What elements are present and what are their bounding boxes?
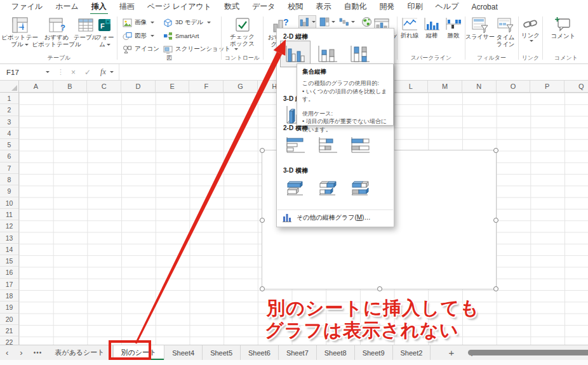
row-header[interactable]: 4 — [0, 128, 18, 139]
row-header[interactable]: 11 — [0, 209, 18, 220]
checkbox-button[interactable]: チェック ボックス — [223, 14, 262, 47]
column-header[interactable]: D — [121, 81, 156, 92]
row-header[interactable]: 18 — [0, 290, 18, 302]
row-header[interactable]: 7 — [0, 163, 18, 174]
ribbon-tab[interactable]: 数式 — [218, 0, 246, 15]
horizontal-scrollbar-thumb[interactable] — [468, 350, 588, 355]
ribbon-tab[interactable]: 印刷 — [401, 0, 429, 15]
row-header[interactable]: 16 — [0, 267, 18, 278]
resize-handle[interactable] — [260, 286, 265, 291]
name-box[interactable]: F17 — [0, 64, 55, 80]
row-header[interactable]: 20 — [0, 314, 18, 325]
sheet-tab[interactable]: Sheet9 — [355, 345, 393, 360]
sparkline-column-button[interactable]: 縦棒 — [422, 14, 441, 39]
more-column-charts-item[interactable]: その他の縦棒グラフ(M)… — [283, 213, 370, 222]
row-header[interactable]: 10 — [0, 197, 18, 209]
slicer-button[interactable]: スライサー — [467, 14, 493, 48]
forms-button[interactable]: F フォー ム — [95, 14, 114, 48]
resize-handle[interactable] — [377, 286, 382, 291]
resize-handle[interactable] — [260, 218, 265, 223]
insert-hierarchy-chart-button[interactable] — [318, 15, 336, 29]
ribbon-tab[interactable]: ヘルプ — [429, 0, 465, 15]
ribbon-tab[interactable]: データ — [246, 0, 282, 15]
insert-column-chart-button[interactable] — [298, 15, 316, 29]
3d-stacked-100-bar-option[interactable] — [345, 175, 375, 202]
prev-sheet-button[interactable]: ‹ — [0, 345, 14, 360]
sheet-tab[interactable]: Sheet6 — [241, 345, 279, 360]
column-header[interactable]: O — [497, 81, 531, 92]
sparkline-line-button[interactable]: 折れ線 — [399, 14, 420, 39]
3d-clustered-bar-option[interactable] — [280, 175, 311, 202]
ribbon-tab[interactable]: 校閲 — [282, 0, 310, 15]
recommended-pivot-button[interactable]: ? おすすめ ピボットテーブル — [37, 14, 76, 48]
row-header[interactable]: 14 — [0, 244, 18, 255]
comment-button[interactable]: コメント — [544, 14, 582, 39]
next-sheet-button[interactable]: › — [14, 345, 28, 360]
resize-handle[interactable] — [260, 148, 265, 153]
column-header[interactable]: F — [189, 81, 224, 92]
ribbon-tab[interactable]: ホーム — [49, 0, 85, 15]
resize-handle[interactable] — [493, 286, 498, 291]
ribbon-tab[interactable]: 自動化 — [338, 0, 373, 15]
ribbon-tab[interactable]: 表示 — [310, 0, 338, 15]
timeline-button[interactable]: タイム ライン — [495, 14, 516, 48]
insert-function-button[interactable]: fx — [95, 67, 109, 77]
stacked-100-bar-option[interactable] — [345, 132, 375, 159]
row-header[interactable]: 13 — [0, 232, 18, 244]
timeline-icon — [497, 17, 514, 34]
link-button[interactable]: リンク — [520, 14, 541, 42]
image-button[interactable]: 画像 — [123, 16, 159, 29]
ribbon-tab[interactable]: 挿入 — [85, 0, 113, 15]
row-header[interactable]: 9 — [0, 185, 18, 197]
row-header[interactable]: 6 — [0, 150, 18, 162]
row-header[interactable]: 2 — [0, 104, 18, 116]
column-header[interactable]: E — [156, 81, 190, 92]
sheet-list-button[interactable]: ••• — [29, 345, 48, 360]
ribbon-tab[interactable]: 開発 — [373, 0, 401, 15]
row-header[interactable]: 19 — [0, 302, 18, 313]
sheet-tab[interactable]: Sheet8 — [317, 345, 355, 360]
resize-handle[interactable] — [493, 218, 498, 223]
ribbon-tab[interactable]: ファイル — [5, 0, 49, 15]
3d-stacked-bar-option[interactable] — [312, 175, 343, 202]
column-header[interactable]: P — [530, 81, 565, 92]
row-header[interactable]: 17 — [0, 279, 18, 290]
row-header[interactable]: 5 — [0, 139, 18, 150]
ribbon-tab[interactable]: ページ レイアウト — [141, 0, 218, 15]
row-header[interactable]: 15 — [0, 255, 18, 267]
new-sheet-button[interactable]: + — [431, 345, 463, 360]
clustered-bar-option[interactable] — [280, 132, 311, 159]
shapes-button[interactable]: 図形 — [123, 29, 159, 43]
column-header[interactable]: N — [462, 81, 497, 92]
tooltip-title: 集合縦棒 — [302, 68, 388, 76]
stacked-bar-option[interactable] — [312, 132, 343, 159]
sheet-tab[interactable]: Sheet2 — [393, 345, 431, 360]
column-header[interactable]: M — [428, 81, 462, 92]
column-header[interactable]: C — [87, 81, 121, 92]
sparkline-winloss-button[interactable]: 勝敗 — [444, 14, 463, 39]
ribbon-tab[interactable]: 描画 — [113, 0, 141, 15]
ribbon-tab[interactable]: Acrobat — [465, 1, 504, 14]
row-header[interactable]: 12 — [0, 220, 18, 232]
insert-waterfall-chart-button[interactable] — [338, 15, 356, 29]
table-button[interactable]: テーブル — [76, 14, 95, 48]
sheet-tab[interactable]: Sheet5 — [203, 345, 241, 360]
column-header[interactable]: B — [53, 81, 88, 92]
column-header[interactable]: A — [19, 81, 53, 92]
column-header[interactable]: L — [394, 81, 429, 92]
enter-button[interactable]: ✓ — [80, 68, 95, 77]
sheet-tab[interactable]: 表があるシート — [47, 345, 112, 360]
chevron-down-icon — [110, 71, 114, 73]
column-header[interactable]: Q — [565, 81, 588, 92]
row-header[interactable]: 22 — [0, 336, 18, 345]
row-header[interactable]: 1 — [0, 93, 18, 104]
column-header[interactable]: G — [224, 81, 258, 92]
row-header[interactable]: 21 — [0, 325, 18, 336]
row-header[interactable]: 8 — [0, 174, 18, 185]
sheet-tab[interactable]: Sheet4 — [164, 345, 203, 360]
sheet-tab[interactable]: Sheet7 — [279, 345, 317, 360]
resize-handle[interactable] — [493, 148, 498, 153]
row-header[interactable]: 3 — [0, 116, 18, 128]
cancel-button[interactable]: × — [67, 68, 80, 77]
select-all-corner[interactable] — [0, 81, 19, 93]
